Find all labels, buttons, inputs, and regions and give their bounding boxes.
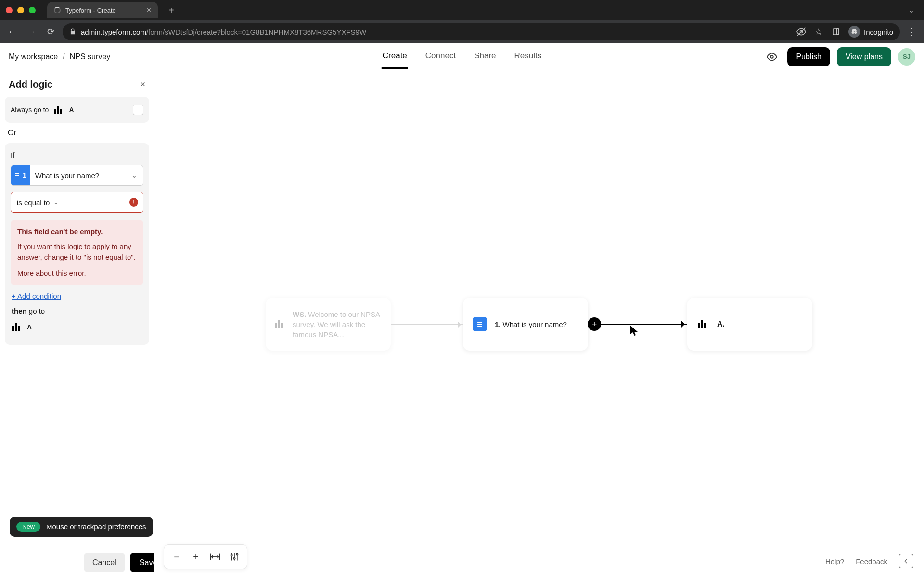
svg-rect-3	[837, 29, 839, 35]
eye-off-icon[interactable]	[796, 27, 806, 37]
back-button[interactable]: ←	[5, 25, 19, 39]
svg-rect-2	[833, 29, 839, 35]
chevron-down-icon: ⌄	[126, 171, 143, 179]
window-controls	[6, 7, 36, 13]
svg-point-4	[852, 31, 854, 34]
always-goto-checkbox[interactable]	[133, 105, 143, 115]
incognito-indicator[interactable]: Incognito	[848, 26, 893, 38]
tab-results[interactable]: Results	[513, 44, 543, 69]
always-goto-label: Always go to	[11, 106, 49, 114]
loading-spinner-icon	[54, 7, 61, 13]
address-bar[interactable]: admin.typeform.com/form/sWDtsfDj/create?…	[63, 23, 900, 40]
or-label: Or	[5, 123, 149, 143]
preview-button[interactable]	[763, 48, 781, 66]
logic-sidebar: Add logic × Always go to A Or If	[0, 70, 154, 578]
incognito-icon	[848, 26, 860, 38]
url-path: /form/sWDtsfDj/create?block=01G8B1NPHMX8…	[146, 28, 366, 36]
node-ending-label: A.	[717, 320, 725, 328]
tab-close-icon[interactable]: ×	[147, 6, 151, 14]
operator-select[interactable]: is equal to ⌄	[11, 192, 64, 212]
fit-width-button[interactable]	[205, 548, 225, 566]
error-link[interactable]: More about this error.	[17, 268, 137, 279]
ending-icon	[12, 322, 22, 332]
welcome-icon	[275, 318, 285, 330]
avatar[interactable]: SJ	[898, 48, 915, 66]
svg-point-5	[854, 31, 857, 34]
svg-point-15	[236, 553, 238, 555]
tab-create[interactable]: Create	[382, 44, 408, 69]
question-select-label: What is your name?	[30, 171, 126, 180]
forward-button[interactable]: →	[24, 25, 38, 39]
error-body: If you want this logic to apply to any a…	[17, 241, 137, 263]
panel-toggle-icon[interactable]	[899, 554, 913, 568]
banner-text: Mouse or trackpad preferences	[46, 523, 146, 531]
minimize-window-icon[interactable]	[17, 7, 24, 13]
tab-title: Typeform - Create	[65, 7, 142, 14]
sidebar-footer: Cancel Save	[0, 547, 154, 578]
node-welcome-screen[interactable]: WS.Welcome to our NPSA survey. We will a…	[266, 298, 391, 351]
toolbar: ← → ⟳ admin.typeform.com/form/sWDtsfDj/c…	[0, 20, 924, 43]
help-link[interactable]: Help?	[825, 557, 844, 565]
svg-point-6	[771, 55, 774, 58]
close-window-icon[interactable]	[6, 7, 13, 13]
flow: WS.Welcome to our NPSA survey. We will a…	[266, 298, 812, 351]
then-label: then go to	[11, 305, 143, 317]
svg-point-11	[231, 554, 232, 556]
question-number: 1	[23, 171, 26, 179]
then-target[interactable]: A	[11, 317, 143, 337]
cancel-button[interactable]: Cancel	[84, 553, 125, 572]
ending-icon	[53, 105, 64, 115]
logic-canvas[interactable]: WS.Welcome to our NPSA survey. We will a…	[154, 70, 924, 578]
app-header: My workspace / NPS survey Create Connect…	[0, 43, 924, 70]
settings-sliders-button[interactable]	[225, 548, 244, 566]
header-tabs: Create Connect Share Results	[382, 44, 542, 69]
extensions-icon[interactable]	[831, 27, 841, 37]
question-select[interactable]: ☰ 1 What is your name? ⌄	[11, 165, 143, 186]
maximize-window-icon[interactable]	[29, 7, 36, 13]
question-type-icon: ☰ 1	[11, 165, 30, 185]
zoom-out-button[interactable]: −	[167, 548, 186, 566]
breadcrumb-workspace[interactable]: My workspace	[9, 53, 58, 61]
footer-links: Help? Feedback	[825, 554, 913, 568]
tab-share[interactable]: Share	[473, 44, 497, 69]
sidebar-title: Add logic	[9, 79, 52, 90]
reload-button[interactable]: ⟳	[43, 25, 58, 39]
browser-menu-icon[interactable]: ⋮	[905, 26, 919, 37]
chevron-down-icon: ⌄	[53, 199, 58, 206]
tab-connect[interactable]: Connect	[424, 44, 457, 69]
always-goto-panel: Always go to A	[5, 97, 149, 123]
preferences-banner[interactable]: New Mouse or trackpad preferences	[10, 517, 153, 537]
titlebar: Typeform - Create × + ⌄	[0, 0, 924, 20]
url-host: admin.typeform.com	[81, 28, 146, 36]
breadcrumb: My workspace / NPS survey	[9, 53, 110, 61]
cursor-icon	[630, 326, 639, 336]
breadcrumb-separator: /	[63, 53, 64, 61]
edge-q1-to-ending	[601, 324, 687, 325]
node-q1-number: 1.	[495, 320, 501, 328]
node-ws-text: WS.Welcome to our NPSA survey. We will a…	[293, 309, 381, 340]
edge-ws-to-q1	[391, 324, 463, 325]
incognito-label: Incognito	[864, 28, 893, 36]
error-title: This field can't be empty.	[17, 226, 137, 237]
then-target-label: A	[27, 323, 32, 331]
url-text: admin.typeform.com/form/sWDtsfDj/create?…	[81, 28, 366, 36]
sidebar-close-icon[interactable]: ×	[140, 79, 145, 90]
if-label: If	[11, 151, 143, 159]
browser-tab[interactable]: Typeform - Create ×	[47, 2, 158, 18]
tabs-overflow-icon[interactable]: ⌄	[905, 6, 918, 14]
ending-icon	[697, 318, 709, 330]
node-question-1[interactable]: ☰ 1.What is your name?	[463, 298, 588, 351]
zoom-in-button[interactable]: +	[186, 548, 205, 566]
add-condition-link[interactable]: + Add condition	[11, 285, 143, 305]
if-panel: If ☰ 1 What is your name? ⌄ is equal to …	[5, 143, 149, 345]
star-icon[interactable]: ☆	[814, 27, 823, 37]
error-message: This field can't be empty. If you want t…	[11, 220, 143, 285]
node-ending-a[interactable]: A.	[687, 298, 812, 351]
feedback-link[interactable]: Feedback	[856, 557, 887, 565]
view-plans-button[interactable]: View plans	[837, 47, 891, 66]
publish-button[interactable]: Publish	[787, 47, 830, 66]
error-icon: !	[129, 198, 138, 207]
new-tab-button[interactable]: +	[165, 5, 178, 16]
add-branch-button[interactable]: +	[588, 317, 601, 331]
zoom-controls: − +	[164, 544, 247, 569]
